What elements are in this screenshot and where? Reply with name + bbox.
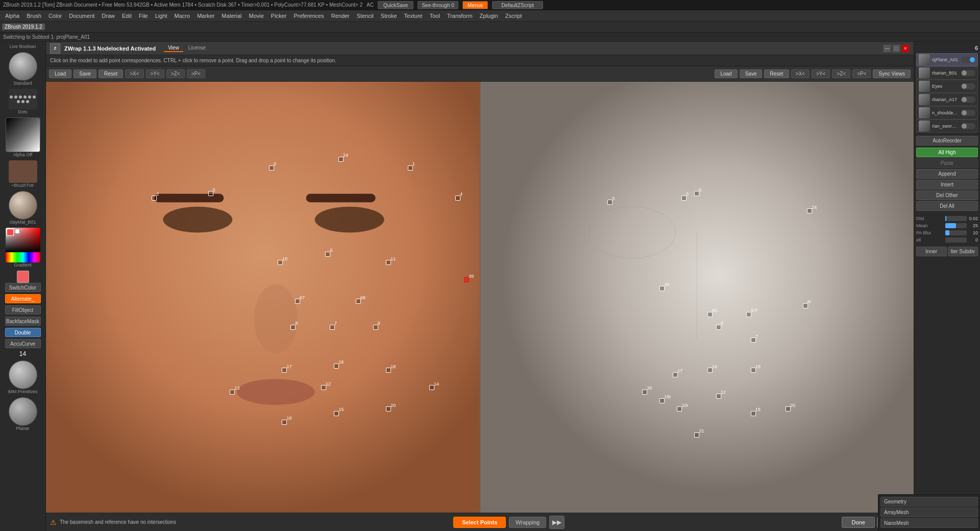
geometry-btn[interactable]: Geometry xyxy=(880,497,978,506)
claymat-section[interactable]: clayMat_B01 xyxy=(3,191,43,226)
menu-item-edit[interactable]: Edit xyxy=(119,12,135,20)
dots-section[interactable]: Dots xyxy=(3,89,43,115)
del-all-btn[interactable]: Del All xyxy=(916,201,978,211)
menu-item-draw[interactable]: Draw xyxy=(99,12,118,20)
menu-item-document[interactable]: Document xyxy=(66,12,97,20)
autoreorder-btn[interactable]: AutoReorder xyxy=(916,136,978,146)
menu-item-color[interactable]: Color xyxy=(45,12,65,20)
point-7[interactable] xyxy=(330,325,335,330)
menu-item-movie[interactable]: Movie xyxy=(246,12,266,20)
point-4[interactable] xyxy=(455,196,460,201)
point-7[interactable] xyxy=(751,337,756,343)
menu-item-light[interactable]: Light xyxy=(152,12,170,20)
point-20[interactable] xyxy=(386,406,391,412)
pablur-slider[interactable] xyxy=(945,230,967,235)
arraymesh-btn[interactable]: ArrayMesh xyxy=(880,508,978,517)
point-19r[interactable] xyxy=(659,398,665,403)
reset-right-btn[interactable]: Reset xyxy=(764,69,789,78)
point-16[interactable] xyxy=(707,368,713,373)
menu-item-brush[interactable]: Brush xyxy=(23,12,44,20)
sync-views-btn[interactable]: Sync Views xyxy=(873,69,911,78)
point-13[interactable] xyxy=(230,390,235,395)
menu-item-tool[interactable]: Tool xyxy=(427,12,443,20)
point-12[interactable] xyxy=(321,385,326,390)
point-1[interactable] xyxy=(408,165,413,171)
menu-item-macro[interactable]: Macro xyxy=(172,12,193,20)
quicksave-btn[interactable]: QuickSave xyxy=(378,1,413,9)
menu-item-stroke[interactable]: Stroke xyxy=(378,12,400,20)
axis-x-right[interactable]: >X< xyxy=(791,69,810,78)
menus-btn[interactable]: Menus xyxy=(462,1,488,9)
subtool-item-2[interactable]: Eyes xyxy=(916,80,978,93)
point-24[interactable] xyxy=(807,208,812,213)
del-other-btn[interactable]: Del Other xyxy=(916,190,978,200)
tab-license[interactable]: License xyxy=(184,44,210,52)
axis-y-right[interactable]: >Y< xyxy=(812,69,830,78)
point-39[interactable] xyxy=(464,277,469,282)
subtool-toggle-3[interactable] xyxy=(961,96,975,103)
iter-subdiv-btn[interactable]: lter Subdiv xyxy=(948,247,978,256)
maximize-btn[interactable]: □ xyxy=(892,44,900,53)
point-21[interactable] xyxy=(694,432,699,438)
close-btn[interactable]: ✕ xyxy=(901,44,910,53)
point-10r[interactable] xyxy=(677,406,682,412)
axis-y-left[interactable]: >Y< xyxy=(146,69,164,78)
point-0[interactable] xyxy=(681,196,687,201)
subtool-item-0[interactable]: ojPlane_A01 xyxy=(916,53,978,66)
menu-item-material[interactable]: Material xyxy=(218,12,244,20)
fillobject-btn[interactable]: FillObject xyxy=(5,305,41,315)
brushtxtr-thumb[interactable] xyxy=(9,160,37,183)
imm-primitives-section[interactable]: IMM Primitives xyxy=(3,360,43,395)
ell-slider[interactable] xyxy=(945,237,967,243)
point-30[interactable] xyxy=(642,390,647,395)
inner-btn[interactable]: Inner xyxy=(916,247,947,256)
claymat-thumb[interactable] xyxy=(9,191,37,220)
wrapping-btn[interactable]: Wrapping xyxy=(509,517,546,528)
point-12[interactable] xyxy=(716,394,721,399)
append-btn[interactable]: Append xyxy=(916,169,978,179)
point-2[interactable] xyxy=(152,196,157,201)
reset-left-btn[interactable]: Reset xyxy=(99,69,123,78)
point-5[interactable] xyxy=(607,200,612,205)
subtool-toggle-5[interactable] xyxy=(961,123,975,129)
point-8[interactable] xyxy=(716,325,721,330)
axis-z-right[interactable]: >Z< xyxy=(832,69,850,78)
planar-thumb[interactable] xyxy=(9,397,37,426)
dist-slider[interactable] xyxy=(945,216,967,221)
mean-slider[interactable] xyxy=(945,223,967,228)
subtool-toggle-1[interactable] xyxy=(961,70,975,76)
color-wheel[interactable] xyxy=(6,228,40,262)
insert-btn[interactable]: Insert xyxy=(916,180,978,189)
subtool-item-3[interactable]: rbarian_A17 xyxy=(916,93,978,106)
save-left-btn[interactable]: Save xyxy=(74,69,96,78)
imm-thumb[interactable] xyxy=(9,360,37,389)
standard-brush-section[interactable]: Standard xyxy=(3,52,43,87)
alternate-btn[interactable]: Alternate_ xyxy=(5,294,41,303)
point-10[interactable] xyxy=(278,260,283,265)
axis-p-right[interactable]: >P< xyxy=(852,69,871,78)
subtool-item-4[interactable]: n_shoulderPad_A01 xyxy=(916,106,978,119)
menu-item-picker[interactable]: Picker xyxy=(268,12,290,20)
menu-item-file[interactable]: File xyxy=(136,12,151,20)
menu-item-marker[interactable]: Marker xyxy=(194,12,217,20)
point-8[interactable] xyxy=(290,325,296,330)
menu-item-render[interactable]: Render xyxy=(328,12,353,20)
menu-item-zscript[interactable]: Zscript xyxy=(502,12,525,20)
brushtxtr-section[interactable]: ~BrushTxtr xyxy=(3,160,43,189)
dots-thumb[interactable] xyxy=(9,89,37,109)
minimize-btn[interactable]: — xyxy=(883,44,891,53)
menu-item-stencil[interactable]: Stencil xyxy=(354,12,377,20)
wrapping-arrow[interactable]: ▶▶ xyxy=(549,516,565,529)
point-10[interactable] xyxy=(659,286,665,291)
subtool-toggle-0[interactable] xyxy=(961,57,975,63)
axis-p-left[interactable]: >P< xyxy=(187,69,205,78)
switchcolor-section[interactable]: SwitchColor xyxy=(3,271,43,292)
viewport-3d[interactable]: 人人素材 RRCG xyxy=(480,82,914,513)
defaultzscript-btn[interactable]: DefaultZScript xyxy=(492,1,543,9)
menu-item-preferences[interactable]: Preferences xyxy=(290,12,327,20)
seethrough-btn[interactable]: See-through 0 xyxy=(418,1,458,9)
point-17[interactable] xyxy=(282,368,287,373)
subtool-toggle-2[interactable] xyxy=(961,83,975,89)
point-0[interactable] xyxy=(269,165,274,171)
paste-btn[interactable]: Paste xyxy=(916,158,978,168)
